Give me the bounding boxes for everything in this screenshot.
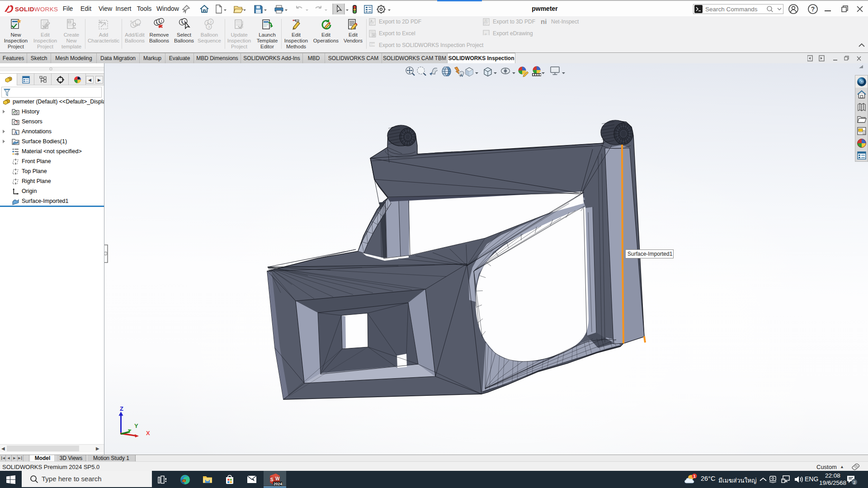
svg-text:W: W <box>275 476 280 481</box>
svg-text:S: S <box>270 477 274 482</box>
svg-text:?: ? <box>811 5 815 13</box>
svg-text:PDF: PDF <box>370 22 376 25</box>
svg-text:1: 1 <box>160 19 163 23</box>
svg-text:1: 1 <box>693 474 696 479</box>
svg-text:SW: SW <box>370 43 375 46</box>
svg-text:X: X <box>146 430 150 436</box>
svg-text:2: 2 <box>210 20 212 24</box>
svg-text:2024: 2024 <box>274 482 282 486</box>
svg-text:e: e <box>485 32 487 35</box>
svg-text:A: A <box>14 130 17 135</box>
svg-text:3D: 3D <box>484 19 488 22</box>
svg-text:SOLIDWORKS: SOLIDWORKS <box>15 6 58 13</box>
svg-text:2: 2 <box>853 480 855 485</box>
svg-text:3: 3 <box>208 25 210 29</box>
svg-text:Z: Z <box>120 405 123 412</box>
svg-text:A: A <box>460 73 463 78</box>
svg-text:111: 111 <box>135 23 141 27</box>
svg-text:Y: Y <box>134 422 138 429</box>
svg-text:PDF: PDF <box>484 22 490 25</box>
